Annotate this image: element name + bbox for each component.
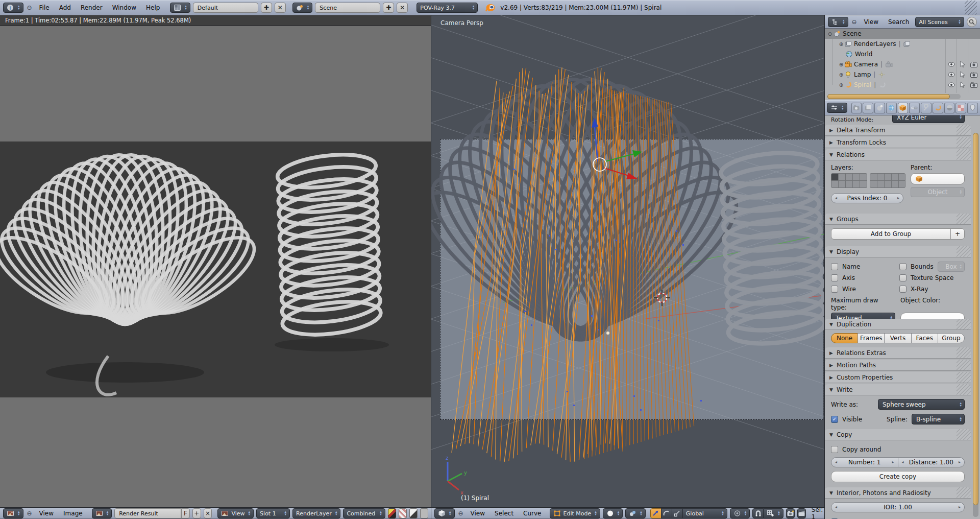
channel-luma-button[interactable] bbox=[409, 508, 418, 518]
image-editor-area[interactable] bbox=[0, 26, 431, 508]
collapse-icon[interactable]: ⊖ bbox=[827, 31, 833, 37]
menu-curve[interactable]: Curve bbox=[520, 510, 545, 517]
tab-physics[interactable] bbox=[967, 103, 978, 113]
wire-checkbox[interactable] bbox=[831, 286, 838, 293]
copy-number-slider[interactable]: ◂Number: 1▸ bbox=[831, 457, 898, 467]
pivot-select[interactable]: ▴▾ bbox=[625, 508, 646, 518]
menu-view[interactable]: View bbox=[861, 18, 882, 26]
visibility-eye-icon[interactable] bbox=[945, 59, 957, 69]
selectability-cursor-icon[interactable] bbox=[957, 69, 968, 80]
image-new-button[interactable]: + bbox=[192, 508, 201, 518]
selectability-cursor-icon[interactable] bbox=[957, 59, 968, 69]
layout-name-field[interactable]: Default bbox=[193, 3, 258, 13]
layout-add-button[interactable]: ✚ bbox=[261, 3, 272, 13]
manipulator-translate-button[interactable] bbox=[650, 508, 662, 518]
tab-texture[interactable] bbox=[955, 103, 966, 113]
xray-checkbox[interactable] bbox=[899, 286, 906, 293]
panel-copy[interactable]: ▼Copy bbox=[825, 429, 971, 440]
renderability-camera-icon[interactable] bbox=[968, 69, 979, 80]
expand-icon[interactable]: ⊕ bbox=[838, 62, 844, 67]
visibility-eye-icon[interactable] bbox=[945, 69, 957, 80]
panel-drag-hatch[interactable] bbox=[957, 384, 971, 395]
panel-transform-locks[interactable]: ▶Transform Locks bbox=[825, 137, 971, 148]
manipulator-scale-button[interactable] bbox=[672, 508, 683, 518]
scene-add-button[interactable]: ✚ bbox=[383, 3, 394, 13]
render-animation-button[interactable] bbox=[797, 508, 806, 518]
tab-modifiers[interactable] bbox=[921, 103, 932, 113]
copy-distance-slider[interactable]: ◂Distance: 1.00▸ bbox=[898, 457, 965, 467]
menu-image[interactable]: Image bbox=[60, 510, 86, 517]
fake-user-button[interactable]: F bbox=[181, 508, 190, 518]
panel-drag-hatch[interactable] bbox=[957, 137, 971, 148]
name-checkbox[interactable] bbox=[831, 263, 838, 270]
duplication-frames-button[interactable]: Frames bbox=[857, 333, 885, 343]
spline-select[interactable]: B-spline▴▾ bbox=[912, 414, 965, 424]
panel-motion-paths[interactable]: ▶Motion Paths bbox=[825, 360, 971, 371]
menu-add[interactable]: Add bbox=[56, 4, 75, 11]
menu-file[interactable]: File bbox=[36, 4, 53, 11]
render-pass-select[interactable]: Combined▴▾ bbox=[343, 508, 385, 518]
tab-render[interactable] bbox=[851, 103, 862, 113]
render-layer-select[interactable]: RenderLayer▴▾ bbox=[292, 508, 340, 518]
outliner-filter-select[interactable]: All Scenes▴▾ bbox=[915, 17, 964, 27]
mode-select[interactable]: Edit Mode ▴▾ bbox=[550, 508, 600, 518]
editor-type-properties-button[interactable]: ▴▾ bbox=[827, 103, 847, 113]
outliner-row-world[interactable]: World bbox=[825, 49, 980, 59]
outliner-row-renderlayers[interactable]: ⊕ RenderLayers | bbox=[825, 39, 980, 49]
collapse-menus-icon[interactable]: ⊖ bbox=[26, 4, 33, 11]
panel-relations[interactable]: ▼Relations bbox=[825, 149, 971, 160]
manipulator-rotate-button[interactable] bbox=[661, 508, 672, 518]
proportional-edit-select[interactable]: ▴▾ bbox=[730, 508, 750, 518]
render-engine-select[interactable]: POV-Ray 3.7 ▴▾ bbox=[416, 3, 478, 13]
area-corner[interactable] bbox=[965, 1, 977, 15]
outliner-row-lamp[interactable]: ⊕ Lamp | bbox=[825, 69, 980, 80]
bounds-checkbox[interactable] bbox=[899, 263, 906, 270]
renderability-camera-icon[interactable] bbox=[968, 59, 979, 69]
outliner-row-camera[interactable]: ⊕ Camera | bbox=[825, 59, 980, 69]
scene-browse-button[interactable]: ▴▾ bbox=[292, 3, 313, 13]
image-unlink-button[interactable]: × bbox=[204, 508, 212, 518]
tab-material[interactable] bbox=[944, 103, 955, 113]
search-button[interactable] bbox=[967, 17, 977, 27]
render-opengl-button[interactable] bbox=[786, 508, 795, 518]
outliner-hscrollbar[interactable] bbox=[827, 94, 961, 99]
viewport-3d[interactable]: z y x Camera Persp (1) Spiral bbox=[431, 15, 825, 508]
panel-relations-extras[interactable]: ▶Relations Extras bbox=[825, 347, 971, 359]
tab-constraints[interactable] bbox=[909, 103, 920, 113]
image-browse-button[interactable]: ▴▾ bbox=[92, 508, 112, 518]
duplication-none-button[interactable]: None bbox=[831, 333, 858, 343]
scene-delete-button[interactable]: ✕ bbox=[397, 3, 408, 13]
menu-view[interactable]: View bbox=[36, 510, 57, 517]
properties-vscrollbar[interactable] bbox=[973, 133, 978, 517]
panel-duplication[interactable]: ▼Duplication bbox=[825, 319, 971, 330]
image-name-field[interactable]: Render Result bbox=[114, 508, 181, 518]
texture-space-checkbox[interactable] bbox=[899, 274, 906, 281]
menu-view[interactable]: View bbox=[467, 510, 488, 517]
selectability-cursor-icon[interactable] bbox=[957, 80, 968, 90]
snap-toggle-button[interactable] bbox=[752, 508, 764, 518]
tab-render-layers[interactable] bbox=[863, 103, 873, 113]
panel-drag-hatch[interactable] bbox=[957, 360, 971, 370]
image-mode-select[interactable]: View ▴▾ bbox=[217, 508, 254, 518]
panel-drag-hatch[interactable] bbox=[957, 246, 971, 257]
panel-groups[interactable]: ▼Groups bbox=[825, 214, 971, 225]
layout-browse-button[interactable]: ▴▾ bbox=[170, 3, 190, 13]
shading-select[interactable]: ▴▾ bbox=[603, 508, 623, 518]
tab-world[interactable] bbox=[886, 103, 897, 113]
add-to-group-button[interactable]: Add to Group bbox=[831, 228, 951, 240]
collapse-menus-icon[interactable]: ⊖ bbox=[851, 18, 858, 26]
channel-alpha-button[interactable] bbox=[420, 508, 428, 518]
menu-render[interactable]: Render bbox=[77, 4, 106, 11]
duplication-group-button[interactable]: Group bbox=[938, 333, 965, 343]
ior-slider[interactable]: ◂IOR: 1.00▸ bbox=[831, 502, 965, 512]
panel-interior-photons-radiosity[interactable]: ▼Interior, Photons and Radiosity bbox=[825, 487, 971, 499]
expand-icon[interactable]: ⊕ bbox=[838, 72, 844, 78]
copy-around-checkbox[interactable] bbox=[831, 446, 838, 453]
collapse-menus-icon[interactable]: ⊖ bbox=[457, 510, 464, 517]
rotation-mode-select[interactable]: XYZ Euler▴▾ bbox=[892, 115, 965, 123]
panel-drag-hatch[interactable] bbox=[957, 319, 971, 329]
orientation-select[interactable]: Global▴▾ bbox=[682, 508, 727, 518]
translate-manipulator[interactable] bbox=[592, 117, 642, 179]
editor-type-info-button[interactable]: i ▴▾ bbox=[3, 3, 23, 13]
slot-select[interactable]: Slot 1▴▾ bbox=[256, 508, 290, 518]
